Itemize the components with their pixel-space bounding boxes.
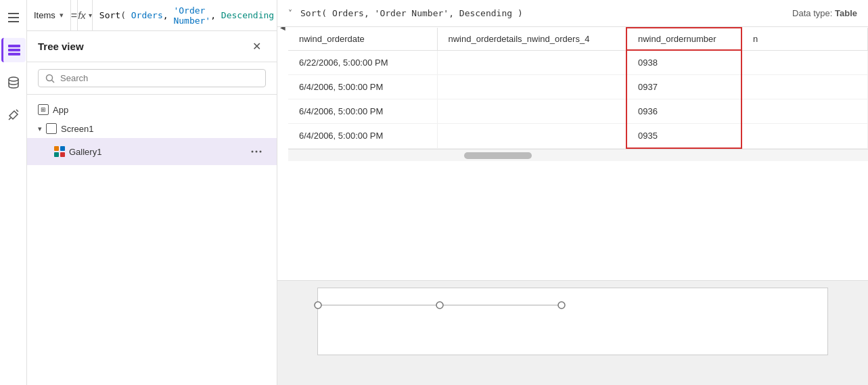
cell-extra-3 xyxy=(741,99,868,124)
handle-right[interactable] xyxy=(558,302,565,309)
equals-sign: = xyxy=(71,0,78,31)
svg-rect-0 xyxy=(8,13,19,14)
screen-icon xyxy=(46,123,57,134)
icon-bar xyxy=(0,0,27,385)
table-row: 6/22/2006, 5:00:00 PM 0938 xyxy=(288,50,868,75)
formula-space2 xyxy=(168,10,174,20)
preview-formula-label: Sort( Orders, 'Order Number', Descending… xyxy=(300,8,523,18)
tree-header: Tree view ✕ xyxy=(27,31,277,62)
sidebar-item-gallery1[interactable]: Gallery1 xyxy=(27,138,277,165)
cell-ordernumber-1: 0938 xyxy=(626,50,741,75)
data-table-wrapper[interactable]: ◀ nwind_orderdate nwind_orderdetails_nwi… xyxy=(277,27,868,280)
formula-order-number: 'Order Number' xyxy=(173,5,210,26)
right-panel: ˅ Sort( Orders, 'Order Number', Descendi… xyxy=(277,0,868,385)
cell-details-4 xyxy=(437,124,626,149)
canvas-box[interactable] xyxy=(317,288,828,355)
cell-ordernumber-4: 0935 xyxy=(626,124,741,149)
svg-rect-4 xyxy=(8,49,20,51)
chevron-down-icon[interactable]: ▾ xyxy=(60,11,64,20)
svg-line-10 xyxy=(52,80,55,83)
gallery-icon xyxy=(54,146,65,157)
chevron-down-icon-fx: ▾ xyxy=(89,12,92,19)
canvas-area xyxy=(277,280,868,385)
svg-rect-2 xyxy=(8,21,19,22)
cell-details-2 xyxy=(437,75,626,99)
collapse-icon[interactable]: ˅ xyxy=(288,9,292,18)
sidebar-item-app[interactable]: ⊞ App xyxy=(27,100,277,119)
tree-close-button[interactable]: ✕ xyxy=(247,37,266,56)
database-icon[interactable] xyxy=(1,70,26,95)
svg-line-8 xyxy=(16,110,18,112)
svg-line-7 xyxy=(9,118,11,120)
col-header-orderdetails: nwind_orderdetails_nwind_orders_4 xyxy=(437,28,626,50)
formula-sort: Sort xyxy=(99,10,120,20)
formula-comma2: , xyxy=(210,10,216,20)
table-row: 6/4/2006, 5:00:00 PM 0935 xyxy=(288,124,868,149)
hamburger-icon[interactable] xyxy=(1,5,26,30)
tree-title: Tree view xyxy=(38,41,240,52)
app-icon: ⊞ xyxy=(38,104,49,115)
formula-expression[interactable]: Sort( Orders, 'Order Number', Descending… xyxy=(93,5,292,26)
svg-point-12 xyxy=(256,151,258,153)
formula-orders: Orders xyxy=(131,10,163,20)
data-type-value: Table xyxy=(835,8,857,18)
search-icon xyxy=(45,74,55,83)
screen1-label: Screen1 xyxy=(61,124,93,134)
formula-descending: Descending xyxy=(221,10,274,20)
tree-items: ⊞ App ▾ Screen1 Gallery1 xyxy=(27,95,277,171)
layers-icon[interactable] xyxy=(1,38,26,62)
cell-details-3 xyxy=(437,99,626,124)
fx-button[interactable]: fx ▾ xyxy=(78,0,93,31)
cell-extra-1 xyxy=(741,50,868,75)
cell-ordernumber-2: 0937 xyxy=(626,75,741,99)
tools-icon[interactable] xyxy=(1,103,26,127)
cell-date-4: 6/4/2006, 5:00:00 PM xyxy=(288,124,437,149)
table-row: 6/4/2006, 5:00:00 PM 0937 xyxy=(288,75,868,99)
cell-extra-2 xyxy=(741,75,868,99)
data-table: nwind_orderdate nwind_orderdetails_nwind… xyxy=(288,27,868,149)
search-box xyxy=(38,69,266,87)
col-header-ordernumber: nwind_ordernumber xyxy=(626,28,741,50)
sidebar-item-screen1[interactable]: ▾ Screen1 xyxy=(27,119,277,138)
tree-panel: Items ▾ = fx ▾ Sort( Orders, 'Order Numb… xyxy=(27,0,277,385)
name-box[interactable]: Items ▾ xyxy=(27,0,71,31)
cell-date-2: 6/4/2006, 5:00:00 PM xyxy=(288,75,437,99)
gallery1-more-button[interactable] xyxy=(247,142,266,161)
scrollbar-thumb[interactable] xyxy=(464,152,532,159)
data-preview-header: ˅ Sort( Orders, 'Order Number', Descendi… xyxy=(277,0,868,27)
formula-comma1: , xyxy=(163,10,168,20)
cell-ordernumber-3: 0936 xyxy=(626,99,741,124)
app-label: App xyxy=(53,105,68,115)
handle-left[interactable] xyxy=(315,302,321,309)
cell-date-1: 6/22/2006, 5:00:00 PM xyxy=(288,50,437,75)
formula-paren1: ( xyxy=(120,10,126,20)
formula-space3 xyxy=(216,10,221,20)
tree-search-area xyxy=(27,62,277,95)
formula-space1 xyxy=(126,10,131,20)
gallery1-label: Gallery1 xyxy=(69,147,101,157)
formula-bar: Items ▾ = fx ▾ Sort( Orders, 'Order Numb… xyxy=(27,0,277,31)
selection-handles xyxy=(318,288,827,355)
svg-point-11 xyxy=(252,151,254,153)
cell-details-1 xyxy=(437,50,626,75)
svg-point-6 xyxy=(9,77,18,81)
svg-rect-3 xyxy=(8,45,20,47)
data-type-label: Data type: Table xyxy=(792,8,857,18)
svg-rect-5 xyxy=(8,53,20,55)
svg-point-13 xyxy=(260,151,262,153)
name-box-value: Items xyxy=(34,10,55,20)
svg-point-9 xyxy=(47,74,53,81)
col-header-orderdate: nwind_orderdate xyxy=(288,28,437,50)
canvas-container xyxy=(317,288,828,355)
horizontal-scrollbar[interactable] xyxy=(288,149,868,161)
col-header-extra: n xyxy=(741,28,868,50)
cell-date-3: 6/4/2006, 5:00:00 PM xyxy=(288,99,437,124)
cell-extra-4 xyxy=(741,124,868,149)
svg-rect-1 xyxy=(8,17,19,18)
chevron-down-screen1-icon: ▾ xyxy=(38,124,42,133)
data-preview: ˅ Sort( Orders, 'Order Number', Descendi… xyxy=(277,0,868,385)
search-input[interactable] xyxy=(60,73,258,83)
table-row: 6/4/2006, 5:00:00 PM 0936 xyxy=(288,99,868,124)
handle-mid[interactable] xyxy=(436,302,443,309)
